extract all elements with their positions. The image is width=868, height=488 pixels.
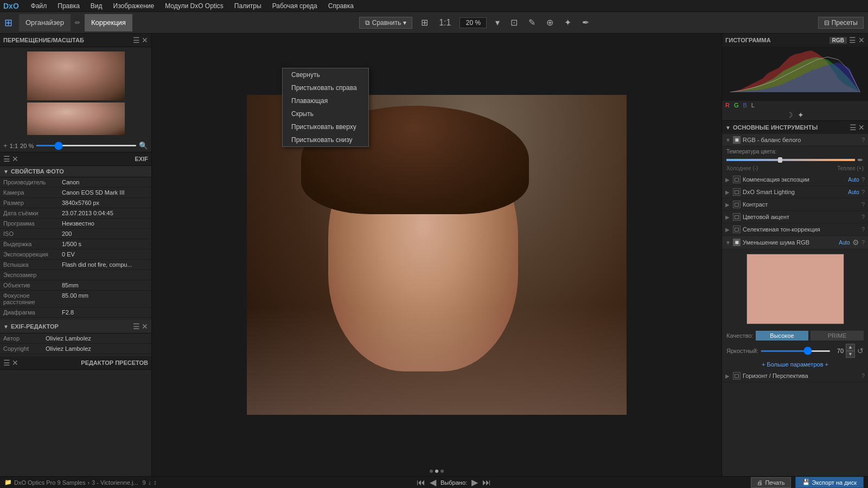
- menu-image[interactable]: Изображение: [111, 1, 157, 11]
- exif-editor-menu-button[interactable]: ☰: [133, 322, 140, 331]
- tool-label-contrast: Контраст: [743, 201, 859, 208]
- tool-check-tone-correction[interactable]: □: [733, 226, 741, 233]
- tool-item-noise: ▼ ■ Уменьшение шума RGB Auto ⚙ ?: [722, 236, 868, 249]
- exif-label-iso: ISO: [0, 229, 60, 239]
- clone-tool-button[interactable]: ✦: [562, 16, 573, 29]
- noise-brightness-decrement-button[interactable]: ▼: [846, 351, 855, 358]
- noise-quality-prime-button[interactable]: PRIME: [810, 331, 864, 341]
- export-button[interactable]: 💾 Экспорт на диск: [795, 477, 864, 488]
- tool-help-horizon[interactable]: ?: [861, 373, 865, 379]
- menu-palettes[interactable]: Палитры: [232, 1, 264, 11]
- exif-header[interactable]: ☰ ✕ EXIF: [0, 152, 151, 166]
- context-menu-item-float[interactable]: Плавающая: [283, 94, 368, 107]
- compare-button[interactable]: ⧉ Сравнить ▾: [359, 17, 412, 29]
- tool-help-tone-correction[interactable]: ?: [861, 226, 865, 233]
- tools-panel: ▼ ОСНОВНЫЕ ИНСТРУМЕНТЫ ☰ ✕ ▼ ■ RGB - бал…: [722, 121, 868, 476]
- menu-modules[interactable]: Модули DxO Optics: [163, 1, 226, 11]
- presets-menu-button[interactable]: ☰: [3, 358, 10, 367]
- exif-properties-header[interactable]: ▼ Свойства фото: [0, 166, 151, 177]
- eyedropper-icon[interactable]: ✒: [857, 156, 864, 164]
- tool-check-rgb-wb[interactable]: ■: [733, 136, 741, 144]
- context-menu-item-hide[interactable]: Скрыть: [283, 107, 368, 120]
- tool-check-color-accent[interactable]: □: [733, 213, 741, 221]
- noise-more-params[interactable]: + Больше параметров +: [722, 359, 868, 370]
- nav-add-button[interactable]: +: [3, 142, 8, 150]
- zoom-1to1-button[interactable]: 1:1: [437, 17, 453, 29]
- tab-correction[interactable]: Коррекция: [85, 14, 132, 31]
- exif-editor-header[interactable]: ▼ EXIF-редактор ☰ ✕: [0, 320, 151, 333]
- noise-brightness-increment-button[interactable]: ▲: [846, 344, 855, 351]
- eyedrop-tool-button[interactable]: ✒: [580, 16, 591, 29]
- print-button[interactable]: 🖨 Печать: [751, 477, 790, 488]
- menu-view[interactable]: Вид: [88, 1, 105, 11]
- navigator-close-button[interactable]: ✕: [142, 36, 148, 44]
- presets-button[interactable]: ⊟ Пресеты: [818, 17, 864, 29]
- filmstrip-prev-button[interactable]: ◀: [430, 477, 436, 487]
- presets-close-button[interactable]: ✕: [12, 358, 18, 367]
- exif-row-metering: Экспозамер: [0, 270, 151, 280]
- tool-label-exposure: Компенсация экспозции: [743, 176, 846, 183]
- nav-search-button[interactable]: 🔍: [139, 142, 148, 150]
- noise-quality-high-button[interactable]: Высокое: [756, 331, 809, 341]
- tool-expand-rgb-wb[interactable]: ▼: [725, 137, 731, 143]
- tool-check-horizon[interactable]: □: [733, 372, 741, 380]
- tool-help-color-accent[interactable]: ?: [861, 214, 865, 220]
- tools-menu-button[interactable]: ☰: [850, 123, 857, 132]
- histogram-channels: R G B L: [722, 101, 868, 110]
- navigator-thumb-main[interactable]: [27, 52, 125, 100]
- navigator-zoom-slider[interactable]: [36, 145, 137, 146]
- menu-workspace[interactable]: Рабочая среда: [270, 1, 320, 11]
- tool-help-exposure[interactable]: ?: [861, 176, 865, 183]
- context-menu-item-collapse[interactable]: Свернуть: [283, 68, 368, 81]
- tool-help-smart-lighting[interactable]: ?: [861, 189, 865, 195]
- tool-expand-color-accent[interactable]: ▶: [725, 214, 731, 220]
- brush-tool-button[interactable]: ✎: [526, 16, 538, 29]
- crop-tool-button[interactable]: ⊡: [508, 16, 520, 29]
- context-menu-item-dock-bottom[interactable]: Пристыковать снизу: [283, 133, 368, 146]
- tab-organizer[interactable]: Органайзер: [19, 14, 71, 31]
- exif-menu-button[interactable]: ☰: [3, 155, 10, 163]
- menu-help[interactable]: Справка: [326, 1, 356, 11]
- histogram-menu-button[interactable]: ☰: [849, 36, 856, 44]
- zoom-dropdown-button[interactable]: ▾: [493, 16, 502, 29]
- filmstrip-play-button[interactable]: ▶: [471, 477, 478, 487]
- tool-check-contrast[interactable]: □: [733, 201, 741, 208]
- exif-editor-close-button[interactable]: ✕: [142, 322, 148, 331]
- distort-tool-button[interactable]: ⊕: [544, 16, 556, 29]
- context-menu-item-dock-top[interactable]: Пристыковать вверху: [283, 120, 368, 133]
- navigator-menu-button[interactable]: ☰: [133, 36, 140, 44]
- exif-close-button[interactable]: ✕: [12, 155, 18, 163]
- tools-section-header[interactable]: ▼ ОСНОВНЫЕ ИНСТРУМЕНТЫ ☰ ✕: [722, 121, 868, 134]
- tool-check-smart-lighting[interactable]: □: [733, 188, 741, 196]
- menu-file[interactable]: Файл: [29, 1, 49, 11]
- color-temp-slider[interactable]: [726, 159, 855, 161]
- menu-edit[interactable]: Правка: [55, 1, 82, 11]
- filmstrip-last-button[interactable]: ⏭: [482, 478, 491, 487]
- tool-expand-contrast[interactable]: ▶: [725, 202, 731, 208]
- tool-help-contrast[interactable]: ?: [861, 201, 865, 208]
- tool-expand-horizon[interactable]: ▶: [725, 373, 731, 379]
- exif-editor-controls: ☰ ✕: [133, 322, 148, 331]
- histogram-close-button[interactable]: ✕: [858, 36, 865, 44]
- tool-expand-exposure[interactable]: ▶: [725, 177, 731, 183]
- navigator-thumb-secondary[interactable]: [27, 102, 125, 135]
- filmstrip-first-button[interactable]: ⏮: [417, 478, 425, 487]
- tool-expand-noise[interactable]: ▼: [725, 240, 731, 246]
- tool-check-exposure[interactable]: □: [733, 176, 741, 183]
- context-menu-item-dock-right[interactable]: Пристыковать справа: [283, 81, 368, 94]
- tool-expand-tone-correction[interactable]: ▶: [725, 227, 731, 233]
- filmstrip-path: 📁 DxO Optics Pro 9 Samples › 3 - Victori…: [4, 479, 138, 486]
- presets-panel-header[interactable]: ☰ ✕ РЕДАКТОР ПРЕСЕТОВ: [0, 356, 151, 370]
- exif-header-left: ☰ ✕: [3, 155, 18, 163]
- histogram-channel-l: L: [751, 102, 755, 108]
- tool-expand-smart-lighting[interactable]: ▶: [725, 189, 731, 195]
- tool-help-noise[interactable]: ?: [861, 239, 865, 246]
- noise-settings-icon[interactable]: ⚙: [852, 238, 859, 247]
- tools-close-button[interactable]: ✕: [858, 123, 865, 132]
- tool-check-noise[interactable]: ■: [733, 239, 741, 246]
- noise-brightness-slider[interactable]: [761, 350, 831, 352]
- exif-label-date: Дата съёмки: [0, 208, 60, 218]
- noise-reset-button[interactable]: ↺: [857, 346, 864, 355]
- tool-help-rgb-wb[interactable]: ?: [861, 137, 865, 143]
- grid-view-button[interactable]: ⊞: [419, 16, 430, 29]
